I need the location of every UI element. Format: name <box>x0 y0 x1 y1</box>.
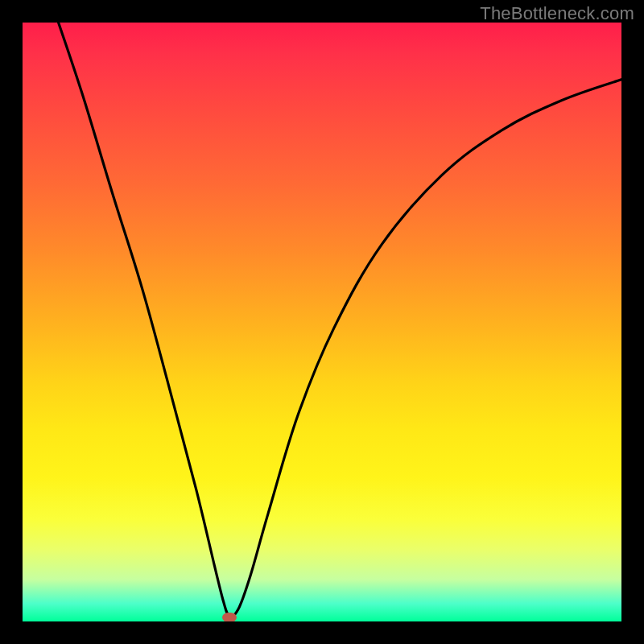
watermark-text: TheBottleneck.com <box>480 3 634 24</box>
chart-frame: TheBottleneck.com <box>0 0 644 644</box>
curve-svg <box>23 23 621 621</box>
bottleneck-curve <box>59 23 621 617</box>
minimum-marker <box>222 613 237 621</box>
plot-area <box>23 23 621 621</box>
